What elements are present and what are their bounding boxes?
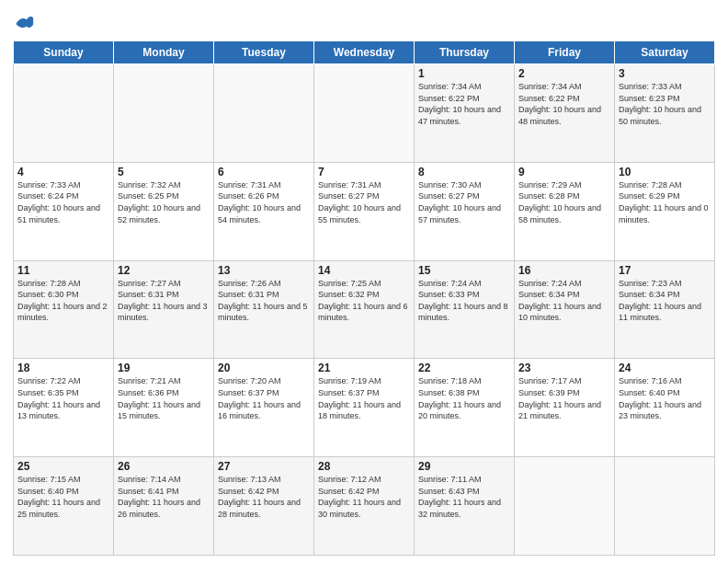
day-info: Sunrise: 7:16 AM Sunset: 6:40 PM Dayligh…: [619, 375, 711, 421]
calendar-cell: 21Sunrise: 7:19 AM Sunset: 6:37 PM Dayli…: [314, 359, 415, 457]
calendar-cell: [314, 64, 415, 163]
calendar-cell: 6Sunrise: 7:31 AM Sunset: 6:26 PM Daylig…: [214, 162, 314, 260]
day-info: Sunrise: 7:25 AM Sunset: 6:32 PM Dayligh…: [318, 278, 410, 324]
day-number: 9: [518, 166, 610, 178]
header: [13, 11, 715, 33]
calendar-week-row: 4Sunrise: 7:33 AM Sunset: 6:24 PM Daylig…: [14, 162, 715, 260]
day-number: 16: [518, 264, 610, 277]
calendar-cell: [515, 457, 615, 556]
day-number: 26: [118, 460, 210, 473]
calendar-cell: 19Sunrise: 7:21 AM Sunset: 6:36 PM Dayli…: [114, 359, 214, 457]
day-info: Sunrise: 7:28 AM Sunset: 6:30 PM Dayligh…: [17, 278, 109, 324]
day-number: 10: [619, 166, 711, 178]
calendar-week-row: 11Sunrise: 7:28 AM Sunset: 6:30 PM Dayli…: [14, 260, 715, 359]
calendar-cell: [615, 457, 715, 556]
day-number: 29: [418, 460, 510, 473]
calendar-cell: 4Sunrise: 7:33 AM Sunset: 6:24 PM Daylig…: [14, 162, 114, 260]
page: SundayMondayTuesdayWednesdayThursdayFrid…: [0, 0, 728, 563]
calendar-cell: 29Sunrise: 7:11 AM Sunset: 6:43 PM Dayli…: [415, 457, 515, 556]
calendar-cell: [214, 64, 314, 163]
calendar-header-row: SundayMondayTuesdayWednesdayThursdayFrid…: [14, 41, 715, 64]
logo: [13, 15, 35, 33]
day-number: 11: [17, 264, 109, 277]
day-number: 8: [418, 166, 510, 178]
day-info: Sunrise: 7:24 AM Sunset: 6:33 PM Dayligh…: [418, 278, 510, 324]
day-info: Sunrise: 7:19 AM Sunset: 6:37 PM Dayligh…: [318, 375, 410, 421]
day-header-friday: Friday: [515, 41, 615, 64]
calendar-cell: [114, 64, 214, 163]
day-header-sunday: Sunday: [14, 41, 114, 64]
day-info: Sunrise: 7:34 AM Sunset: 6:22 PM Dayligh…: [418, 81, 510, 127]
day-number: 21: [318, 362, 410, 374]
calendar-cell: 25Sunrise: 7:15 AM Sunset: 6:40 PM Dayli…: [14, 457, 114, 556]
day-info: Sunrise: 7:32 AM Sunset: 6:25 PM Dayligh…: [118, 179, 210, 225]
day-info: Sunrise: 7:14 AM Sunset: 6:41 PM Dayligh…: [118, 474, 210, 520]
day-number: 25: [17, 460, 109, 473]
day-info: Sunrise: 7:27 AM Sunset: 6:31 PM Dayligh…: [118, 278, 210, 324]
day-number: 4: [17, 166, 109, 178]
calendar-cell: 16Sunrise: 7:24 AM Sunset: 6:34 PM Dayli…: [515, 260, 615, 359]
day-number: 18: [17, 362, 109, 374]
day-info: Sunrise: 7:30 AM Sunset: 6:27 PM Dayligh…: [418, 179, 510, 225]
day-info: Sunrise: 7:24 AM Sunset: 6:34 PM Dayligh…: [518, 278, 610, 324]
day-info: Sunrise: 7:26 AM Sunset: 6:31 PM Dayligh…: [218, 278, 310, 324]
calendar-week-row: 1Sunrise: 7:34 AM Sunset: 6:22 PM Daylig…: [14, 64, 715, 163]
calendar-cell: [14, 64, 114, 163]
logo-icon: [15, 13, 35, 33]
day-number: 6: [218, 166, 310, 178]
calendar-week-row: 18Sunrise: 7:22 AM Sunset: 6:35 PM Dayli…: [14, 359, 715, 457]
day-info: Sunrise: 7:34 AM Sunset: 6:22 PM Dayligh…: [518, 81, 610, 127]
day-number: 14: [318, 264, 410, 277]
calendar-cell: 5Sunrise: 7:32 AM Sunset: 6:25 PM Daylig…: [114, 162, 214, 260]
calendar-cell: 24Sunrise: 7:16 AM Sunset: 6:40 PM Dayli…: [615, 359, 715, 457]
day-info: Sunrise: 7:11 AM Sunset: 6:43 PM Dayligh…: [418, 474, 510, 520]
day-info: Sunrise: 7:17 AM Sunset: 6:39 PM Dayligh…: [518, 375, 610, 421]
day-info: Sunrise: 7:18 AM Sunset: 6:38 PM Dayligh…: [418, 375, 510, 421]
day-header-wednesday: Wednesday: [314, 41, 415, 64]
day-header-saturday: Saturday: [615, 41, 715, 64]
calendar-cell: 28Sunrise: 7:12 AM Sunset: 6:42 PM Dayli…: [314, 457, 415, 556]
calendar-cell: 2Sunrise: 7:34 AM Sunset: 6:22 PM Daylig…: [515, 64, 615, 163]
day-info: Sunrise: 7:21 AM Sunset: 6:36 PM Dayligh…: [118, 375, 210, 421]
day-info: Sunrise: 7:33 AM Sunset: 6:24 PM Dayligh…: [17, 179, 109, 225]
calendar-week-row: 25Sunrise: 7:15 AM Sunset: 6:40 PM Dayli…: [14, 457, 715, 556]
calendar-cell: 15Sunrise: 7:24 AM Sunset: 6:33 PM Dayli…: [415, 260, 515, 359]
day-header-tuesday: Tuesday: [214, 41, 314, 64]
calendar-cell: 22Sunrise: 7:18 AM Sunset: 6:38 PM Dayli…: [415, 359, 515, 457]
day-number: 15: [418, 264, 510, 277]
day-info: Sunrise: 7:12 AM Sunset: 6:42 PM Dayligh…: [318, 474, 410, 520]
calendar-cell: 17Sunrise: 7:23 AM Sunset: 6:34 PM Dayli…: [615, 260, 715, 359]
calendar-cell: 27Sunrise: 7:13 AM Sunset: 6:42 PM Dayli…: [214, 457, 314, 556]
calendar-body: 1Sunrise: 7:34 AM Sunset: 6:22 PM Daylig…: [14, 64, 715, 556]
day-info: Sunrise: 7:31 AM Sunset: 6:27 PM Dayligh…: [318, 179, 410, 225]
day-info: Sunrise: 7:29 AM Sunset: 6:28 PM Dayligh…: [518, 179, 610, 225]
day-info: Sunrise: 7:22 AM Sunset: 6:35 PM Dayligh…: [17, 375, 109, 421]
calendar-cell: 18Sunrise: 7:22 AM Sunset: 6:35 PM Dayli…: [14, 359, 114, 457]
day-number: 7: [318, 166, 410, 178]
calendar-cell: 26Sunrise: 7:14 AM Sunset: 6:41 PM Dayli…: [114, 457, 214, 556]
day-number: 23: [518, 362, 610, 374]
day-info: Sunrise: 7:23 AM Sunset: 6:34 PM Dayligh…: [619, 278, 711, 324]
day-number: 12: [118, 264, 210, 277]
day-info: Sunrise: 7:20 AM Sunset: 6:37 PM Dayligh…: [218, 375, 310, 421]
day-info: Sunrise: 7:33 AM Sunset: 6:23 PM Dayligh…: [619, 81, 711, 127]
calendar-cell: 14Sunrise: 7:25 AM Sunset: 6:32 PM Dayli…: [314, 260, 415, 359]
day-header-thursday: Thursday: [415, 41, 515, 64]
calendar-cell: 20Sunrise: 7:20 AM Sunset: 6:37 PM Dayli…: [214, 359, 314, 457]
day-number: 22: [418, 362, 510, 374]
day-info: Sunrise: 7:28 AM Sunset: 6:29 PM Dayligh…: [619, 179, 711, 225]
day-number: 2: [518, 67, 610, 80]
calendar-cell: 1Sunrise: 7:34 AM Sunset: 6:22 PM Daylig…: [415, 64, 515, 163]
day-number: 20: [218, 362, 310, 374]
day-info: Sunrise: 7:15 AM Sunset: 6:40 PM Dayligh…: [17, 474, 109, 520]
day-header-monday: Monday: [114, 41, 214, 64]
calendar-cell: 10Sunrise: 7:28 AM Sunset: 6:29 PM Dayli…: [615, 162, 715, 260]
day-number: 1: [418, 67, 510, 80]
calendar-cell: 23Sunrise: 7:17 AM Sunset: 6:39 PM Dayli…: [515, 359, 615, 457]
day-info: Sunrise: 7:31 AM Sunset: 6:26 PM Dayligh…: [218, 179, 310, 225]
day-number: 27: [218, 460, 310, 473]
day-number: 17: [619, 264, 711, 277]
calendar-cell: 13Sunrise: 7:26 AM Sunset: 6:31 PM Dayli…: [214, 260, 314, 359]
day-number: 3: [619, 67, 711, 80]
calendar-cell: 11Sunrise: 7:28 AM Sunset: 6:30 PM Dayli…: [14, 260, 114, 359]
